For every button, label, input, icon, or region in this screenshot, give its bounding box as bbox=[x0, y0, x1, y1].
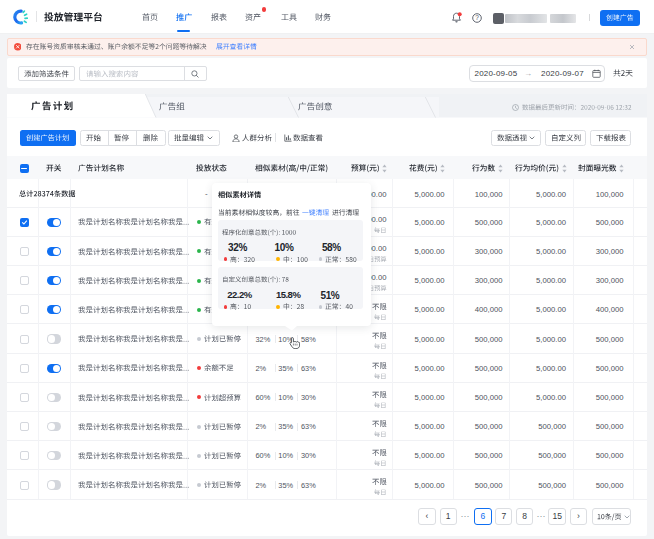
svg-text:?: ? bbox=[475, 14, 479, 21]
